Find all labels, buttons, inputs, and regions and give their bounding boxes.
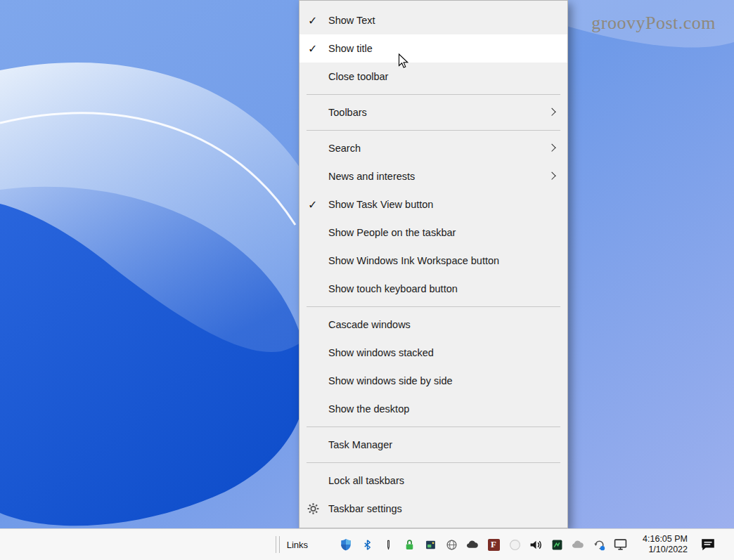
menu-item-show-title[interactable]: ✓ Show title [300,34,567,63]
onedrive-cloud-dark-icon[interactable] [465,538,479,552]
menu-item-lock-all-taskbars[interactable]: Lock all taskbars [300,467,567,495]
taskbar-context-menu: ✓ Show Text ✓ Show title Close toolbar T… [299,0,568,528]
menu-item-close-toolbar[interactable]: Close toolbar [300,63,567,91]
green-padlock-icon[interactable] [402,538,416,552]
pen-icon[interactable] [381,538,395,552]
checkmark-icon: ✓ [308,198,317,211]
menu-separator [307,426,560,427]
f-badge: F [488,539,500,551]
clock-time: 4:16:05 PM [643,534,688,545]
mouse-cursor [398,53,409,69]
menu-item-label: Task Manager [328,439,392,450]
system-tray: F [339,538,627,552]
menu-separator [307,130,560,131]
checkmark-icon: ✓ [308,14,317,27]
menu-item-label: Show People on the taskbar [328,227,456,238]
menu-item-label: Taskbar settings [328,503,402,514]
watermark: groovyPost.com [591,13,716,34]
menu-item-label: Show Windows Ink Workspace button [328,255,499,266]
menu-item-show-the-desktop[interactable]: Show the desktop [300,395,567,423]
menu-item-label: Close toolbar [328,71,388,82]
clock-date: 1/10/2022 [643,545,688,555]
menu-item-label: Show Text [328,15,375,26]
taskbar-clock[interactable]: 4:16:05 PM 1/10/2022 [638,534,692,555]
menu-item-label: Show the desktop [328,403,409,415]
menu-item-label: Show windows side by side [328,375,453,386]
menu-separator [307,306,560,307]
menu-item-label: News and interests [328,171,415,182]
green-square-app-icon[interactable] [550,538,564,552]
menu-item-task-manager[interactable]: Task Manager [300,431,567,459]
links-toolbar-grip[interactable] [276,536,280,553]
menu-item-label: Search [328,143,361,154]
menu-item-search[interactable]: Search [300,134,567,162]
circle-app-icon[interactable] [508,538,522,552]
menu-item-label: Show title [328,43,373,54]
sync-update-icon[interactable] [592,538,606,552]
menu-item-label: Toolbars [328,107,367,118]
taskbar: Links [0,528,734,560]
network-globe-icon[interactable] [444,538,458,552]
display-monitor-icon[interactable] [613,538,627,552]
submenu-arrow-icon [548,144,555,152]
f-app-icon[interactable]: F [487,538,501,552]
menu-separator [307,462,560,463]
cloud-gray-icon[interactable] [571,538,585,552]
menu-item-label: Lock all taskbars [328,475,404,486]
menu-item-label: Cascade windows [328,319,411,330]
menu-item-show-people-on-taskbar[interactable]: Show People on the taskbar [300,219,567,247]
menu-item-label: Show windows stacked [328,347,434,358]
menu-item-cascade-windows[interactable]: Cascade windows [300,311,567,339]
menu-item-show-windows-side-by-side[interactable]: Show windows side by side [300,367,567,395]
menu-item-show-windows-ink-workspace[interactable]: Show Windows Ink Workspace button [300,247,567,275]
menu-item-news-and-interests[interactable]: News and interests [300,162,567,190]
menu-item-show-touch-keyboard[interactable]: Show touch keyboard button [300,275,567,303]
submenu-arrow-icon [548,172,555,180]
gear-icon [307,503,319,515]
menu-item-label: Show Task View button [328,199,433,210]
windows-security-shield-icon[interactable] [339,538,353,552]
links-toolbar-label[interactable]: Links [285,540,315,550]
bluetooth-icon[interactable] [360,538,374,552]
checkmark-icon: ✓ [308,42,317,56]
menu-item-taskbar-settings[interactable]: Taskbar settings [300,495,567,523]
menu-item-show-text[interactable]: ✓ Show Text [300,6,567,34]
menu-item-show-windows-stacked[interactable]: Show windows stacked [300,339,567,367]
menu-item-toolbars[interactable]: Toolbars [300,98,567,126]
image-app-icon[interactable] [423,538,437,552]
volume-icon[interactable] [529,538,543,552]
action-center-icon[interactable] [700,538,716,552]
menu-item-label: Show touch keyboard button [328,283,458,294]
submenu-arrow-icon [548,108,555,116]
menu-separator [307,94,560,95]
menu-item-show-task-view-button[interactable]: ✓ Show Task View button [300,190,567,219]
